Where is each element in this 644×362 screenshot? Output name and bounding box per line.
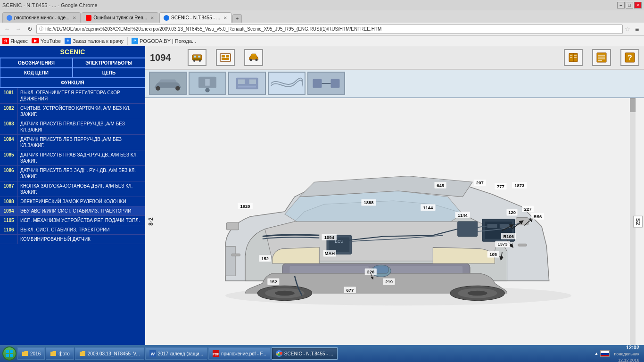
item-1105-num: 1105 <box>0 216 18 225</box>
item-1084-text: ДАТЧИК ПРИСУТВ ЛЕВ ПЕРРУЧ.ДВ.,А/М БЕЗ КЛ… <box>18 135 145 150</box>
bookmark-star[interactable]: ☆ <box>625 25 630 33</box>
taskbar-item-pdf-label: приложение.pdf - F... <box>221 351 266 356</box>
svg-text:1888: 1888 <box>364 200 374 205</box>
item-1087-text: КНОПКА ЗАПУСКА-ОСТАНОВА ДВИГ. А/М БЕЗ КЛ… <box>18 181 145 197</box>
thumbnail-4[interactable] <box>268 72 305 95</box>
thumbnail-2[interactable] <box>189 72 226 95</box>
minimize-button[interactable]: – <box>617 2 625 8</box>
scrollbar-thumb[interactable] <box>630 98 636 112</box>
close-button[interactable]: ✕ <box>634 2 642 8</box>
item-1105-text: ИСП. МЕХАНИЗМ УСТРОЙСТВА РЕГ. ПОДАЧИ ТОП… <box>18 216 142 225</box>
folder-icon-1 <box>22 350 28 357</box>
svg-text:677: 677 <box>346 288 354 293</box>
title-bar: SCENIC - N.T.8455 - ... - Google Chrome … <box>0 0 644 10</box>
sidebar-item-1083[interactable]: 1083 ДАТЧИК ПРИСУТВ ПРАВ.ПЕРРУЧ.ДВ.,А/М … <box>0 119 145 135</box>
sidebar-item-1085[interactable]: 1085 ДАТЧИК ПРИСУТВ ПРАВ ЗАДН.РУЧ.ДВ.,А/… <box>0 150 145 166</box>
tray-arrow[interactable]: ▲ <box>594 351 599 356</box>
new-tab-button[interactable]: + <box>232 14 242 23</box>
toolbar-icon-2[interactable] <box>216 49 235 66</box>
thumbnail-car-photo[interactable] <box>149 72 187 95</box>
sidebar-item-1088[interactable]: 1088 ЭЛЕКТРИЧЕСКИЙ ЗАМОК РУЛЕВОЙ КОЛОНКИ <box>0 197 145 206</box>
bookmark-pogoda[interactable]: P POGODA.BY | Погода... <box>132 38 196 44</box>
pogoda-icon: P <box>132 38 138 44</box>
bookmark-yandex[interactable]: Я Яндекс <box>2 38 28 44</box>
toolbar-icon-1[interactable] <box>188 49 206 66</box>
svg-rect-34 <box>238 79 245 84</box>
youtube-label: YouTube <box>41 38 61 44</box>
svg-text:1144: 1144 <box>458 213 468 218</box>
language-indicator[interactable] <box>600 350 610 357</box>
taskbar-item-word[interactable]: W 2017 календ (защи... <box>145 347 207 360</box>
clock-date: 12.12.2016 <box>614 357 640 362</box>
sidebar-item-last[interactable]: КОМБИНИРОВАННЫЙ ДАТЧИК <box>0 235 145 244</box>
start-button[interactable] <box>2 346 17 361</box>
svg-rect-114 <box>6 350 9 353</box>
bookmarks-bar: Я Яндекс ▶ YouTube + Заказ талона к врач… <box>0 36 644 46</box>
taskbar-item-chrome[interactable]: SCENIC - N.T.8455 - ... <box>272 347 338 360</box>
back-button[interactable]: ← <box>2 25 12 34</box>
bookmark-youtube[interactable]: ▶ YouTube <box>32 38 61 44</box>
sidebar-item-1094[interactable]: 1094 ЭБУ АВС И/ИЛИ СИСТ. СТАБИЛИЗ. ТРАЕК… <box>0 206 145 216</box>
taskbar-item-nt8455[interactable]: 2009.03.13_NT8455_V... <box>75 347 144 360</box>
tab-3-close[interactable]: ✕ <box>223 16 227 20</box>
toolbar-icon-list[interactable] <box>592 49 611 66</box>
item-last-num <box>0 235 18 244</box>
menu-button[interactable]: ≡ <box>632 25 642 34</box>
tab-1-close[interactable]: ✕ <box>73 16 76 20</box>
taskbar-item-foto[interactable]: фото <box>46 347 74 360</box>
sidebar-item-1086[interactable]: 1086 ДАТЧИК ПРИСУТВ ЛЕВ ЗАДН. РУЧ.ДВ.,А/… <box>0 166 145 181</box>
sidebar-item-1106[interactable]: 1106 ВЫКЛ. СИСТ. СТАБИЛИЗ. ТРАЕКТОРИИ <box>0 225 145 235</box>
toolbar-icon-3[interactable] <box>244 49 263 66</box>
book-icon <box>567 51 580 64</box>
svg-point-27 <box>175 86 180 91</box>
bookmark-doctor[interactable]: + Заказ талона к врачу <box>65 38 124 44</box>
tab-3[interactable]: SCENIC - N.T.8455 - ... ✕ <box>159 12 231 23</box>
sidebar-item-1105[interactable]: 1105 ИСП. МЕХАНИЗМ УСТРОЙСТВА РЕГ. ПОДАЧ… <box>0 216 145 225</box>
maximize-button[interactable]: □ <box>626 2 633 8</box>
item-1081-text: ВЫКЛ. ОГРАНИЧИТЕЛЯ РЕГУЛЯТОРА СКОР. ДВИЖ… <box>18 88 145 103</box>
address-bar[interactable]: ⓘ file:///D:/MOE/авто/сценик%203/СХЕМЫ%2… <box>36 25 623 34</box>
pogoda-label: POGODA.BY | Погода... <box>140 38 196 44</box>
taskbar-item-pdf[interactable]: PDF приложение.pdf - F... <box>208 347 271 360</box>
sidebar-item-1082[interactable]: 1082 СЧИТЫВ. УСТРОЙСТВО КАРТОЧКИ, А/М БЕ… <box>0 104 145 119</box>
system-tray: ▲ <box>592 350 612 357</box>
svg-text:152: 152 <box>270 279 277 284</box>
tab-1-favicon <box>7 15 12 21</box>
svg-rect-39 <box>313 79 322 88</box>
item-1106-num: 1106 <box>0 225 18 234</box>
thumbnail-3[interactable] <box>228 72 266 95</box>
thumbnail-strip <box>145 70 644 98</box>
item-1088-text: ЭЛЕКТРИЧЕСКИЙ ЗАМОК РУЛЕВОЙ КОЛОНКИ <box>18 197 129 206</box>
sidebar-item-1081[interactable]: 1081 ВЫКЛ. ОГРАНИЧИТЕЛЯ РЕГУЛЯТОРА СКОР.… <box>0 88 145 104</box>
help-icon: ? <box>623 51 636 64</box>
tab-2[interactable]: Ошибки и тупняки Ren... ✕ <box>82 12 158 23</box>
tab-2-close[interactable]: ✕ <box>150 16 154 20</box>
vertical-label-right: S2 <box>633 216 643 228</box>
nav-btn-cep[interactable]: ЦЕПЬ <box>73 68 145 78</box>
taskbar: 2016 фото 2009.03.13_NT8455_V... W 2017 … <box>0 345 644 362</box>
nav-btn-funkciya[interactable]: ФУНКЦИЯ <box>0 78 145 88</box>
bookmark-divider <box>127 37 128 45</box>
browser-chrome: SCENIC - N.T.8455 - ... - Google Chrome … <box>0 0 644 46</box>
content-toolbar: 1094 <box>145 46 644 70</box>
toolbar-icon-book[interactable] <box>564 49 583 66</box>
sidebar-item-1087[interactable]: 1087 КНОПКА ЗАПУСКА-ОСТАНОВА ДВИГ. А/М Б… <box>0 181 145 197</box>
item-1083-text: ДАТЧИК ПРИСУТВ ПРАВ.ПЕРРУЧ.ДВ.,А/М БЕЗ К… <box>18 119 145 134</box>
toolbar-icon-help[interactable]: ? <box>620 49 639 66</box>
svg-rect-115 <box>10 350 13 353</box>
thumbnail-5[interactable] <box>307 72 345 95</box>
nav-btn-oboznacheniya[interactable]: ОБОЗНАЧЕНИЯ <box>0 58 73 68</box>
sidebar-item-1084[interactable]: 1084 ДАТЧИК ПРИСУТВ ЛЕВ ПЕРРУЧ.ДВ.,А/М Б… <box>0 135 145 150</box>
taskbar-item-nt8455-label: 2009.03.13_NT8455_V... <box>88 351 140 356</box>
reload-button[interactable]: ↻ <box>25 25 34 34</box>
item-1081-num: 1081 <box>0 88 18 103</box>
nav-btn-kod-cepi[interactable]: КОД ЦЕПИ <box>0 68 73 78</box>
svg-text:1920: 1920 <box>240 204 250 209</box>
nav-btn-electropribory[interactable]: ЭЛЕКТРОПРИБОРЫ <box>73 58 145 68</box>
forward-button[interactable]: → <box>14 25 23 34</box>
tab-1[interactable]: расстояние минск - оде... ✕ <box>2 12 81 23</box>
taskbar-item-chrome-label: SCENIC - N.T.8455 - ... <box>284 351 333 356</box>
svg-text:152: 152 <box>261 256 269 261</box>
svg-rect-8 <box>226 55 229 58</box>
taskbar-item-2016[interactable]: 2016 <box>17 347 45 360</box>
